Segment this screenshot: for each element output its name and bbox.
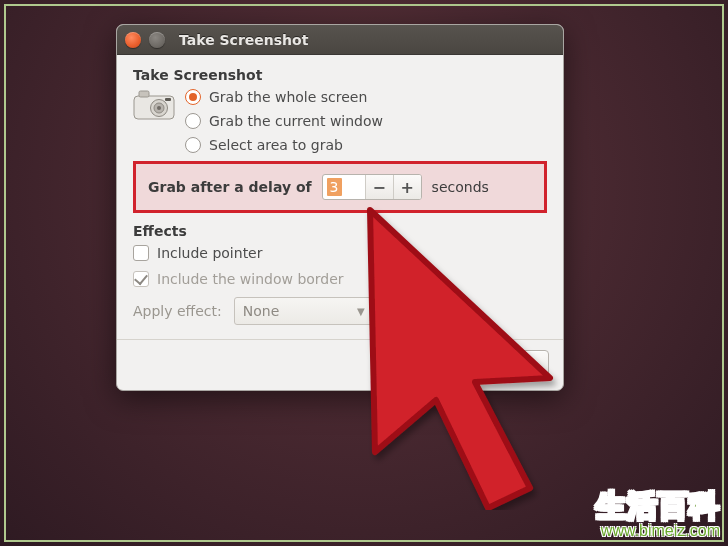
svg-point-4 — [157, 106, 161, 110]
delay-value-field[interactable]: 3 — [323, 175, 365, 199]
dialog-content: Take Screenshot Grab the whole screen — [117, 55, 563, 339]
radio-label: Grab the current window — [209, 113, 383, 129]
watermark: 生活百科 www.bimeiz.com — [596, 489, 720, 540]
radio-label: Select area to grab — [209, 137, 343, 153]
checkbox-icon — [133, 245, 149, 261]
delay-spinbox[interactable]: 3 − + — [322, 174, 422, 200]
delay-unit: seconds — [432, 179, 489, 195]
section-title-screenshot: Take Screenshot — [133, 67, 547, 83]
section-title-effects: Effects — [133, 223, 547, 239]
radio-whole-screen[interactable]: Grab the whole screen — [185, 89, 383, 105]
checkbox-label: Include the window border — [157, 271, 344, 287]
delay-highlight-box: Grab after a delay of 3 − + seconds — [133, 161, 547, 213]
radio-label: Grab the whole screen — [209, 89, 367, 105]
capture-options: Grab the whole screen Grab the current w… — [133, 89, 547, 153]
checkbox-label: Include pointer — [157, 245, 263, 261]
check-include-pointer[interactable]: Include pointer — [133, 245, 547, 261]
delay-increment-button[interactable]: + — [393, 175, 421, 199]
dialog-footer: Take Screenshot — [117, 339, 563, 390]
combo-value: None — [243, 303, 280, 319]
take-screenshot-button[interactable]: Take Screenshot — [405, 350, 549, 380]
chevron-down-icon: ▼ — [357, 306, 365, 317]
watermark-line1: 生活百科 — [596, 489, 720, 522]
titlebar[interactable]: Take Screenshot — [117, 25, 563, 55]
minimize-icon[interactable] — [149, 32, 165, 48]
camera-icon — [133, 89, 175, 121]
radio-icon — [185, 113, 201, 129]
close-icon[interactable] — [125, 32, 141, 48]
delay-value: 3 — [327, 178, 342, 196]
window-title: Take Screenshot — [179, 32, 308, 48]
checkbox-icon — [133, 271, 149, 287]
radio-current-window[interactable]: Grab the current window — [185, 113, 383, 129]
button-label: Take Screenshot — [420, 357, 534, 373]
radio-icon — [185, 137, 201, 153]
delay-decrement-button[interactable]: − — [365, 175, 393, 199]
apply-effect-combo[interactable]: None ▼ — [234, 297, 374, 325]
apply-effect-row: Apply effect: None ▼ — [133, 297, 547, 325]
svg-rect-5 — [165, 98, 171, 101]
apply-effect-label: Apply effect: — [133, 303, 222, 319]
svg-rect-1 — [139, 91, 149, 97]
watermark-line2: www.bimeiz.com — [596, 522, 720, 540]
radio-icon — [185, 89, 201, 105]
check-include-border: Include the window border — [133, 271, 547, 287]
radio-select-area[interactable]: Select area to grab — [185, 137, 383, 153]
screenshot-dialog: Take Screenshot Take Screenshot Grab the… — [116, 24, 564, 391]
effects-section: Effects Include pointer Include the wind… — [133, 223, 547, 325]
delay-label: Grab after a delay of — [148, 179, 312, 195]
